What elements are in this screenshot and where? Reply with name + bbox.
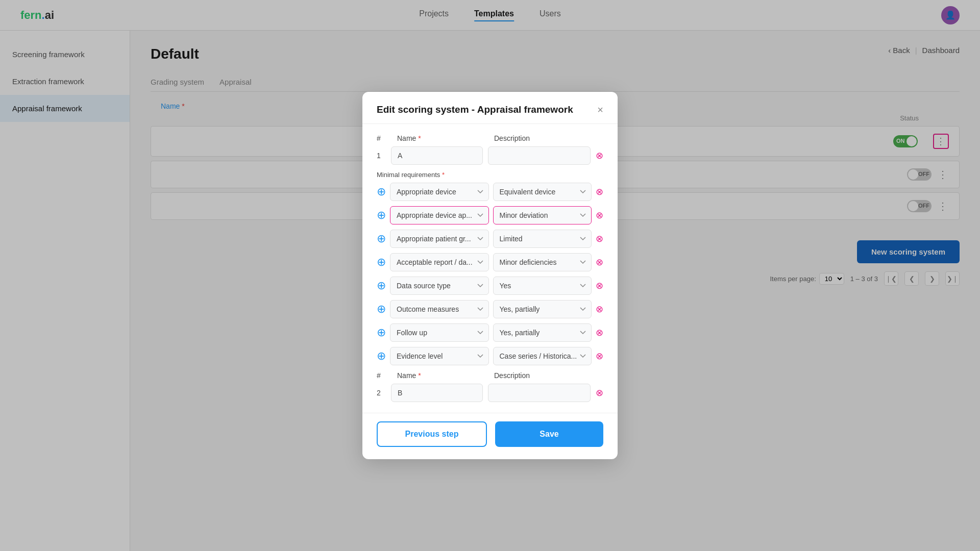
req-left-select-4[interactable]: Data source type [390,277,489,295]
form-row-header-B: # Name * Description [377,371,603,380]
req-remove-btn-0[interactable]: ⊗ [596,186,603,197]
req-row-3: ⊕ Acceptable report / da... Minor defici… [377,253,603,271]
req-right-select-4[interactable]: Yes [493,277,592,295]
modal-overlay: Edit scoring system - Appraisal framewor… [0,0,980,551]
req-row-5: ⊕ Outcome measures Yes, partially ⊗ [377,300,603,318]
req-add-btn-7[interactable]: ⊕ [377,350,386,362]
modal-header: Edit scoring system - Appraisal framewor… [362,92,618,124]
req-left-select-2[interactable]: Appropriate patient gr... [390,230,489,248]
entry-B-name-input[interactable] [391,384,483,402]
req-row-0: ⊕ Appropriate device Equivalent device ⊗ [377,183,603,201]
req-row-4: ⊕ Data source type Yes ⊗ [377,277,603,295]
req-left-select-1[interactable]: Appropriate device ap... [390,206,489,224]
entry-B-desc-input[interactable] [488,384,591,402]
req-remove-btn-3[interactable]: ⊗ [596,257,603,268]
req-right-select-3[interactable]: Minor deficiencies [493,253,592,271]
req-row-7: ⊕ Evidence level Case series / Historica… [377,347,603,365]
req-add-btn-1[interactable]: ⊕ [377,210,386,221]
form-row-header-A: # Name * Description [377,134,603,142]
req-left-select-5[interactable]: Outcome measures [390,300,489,318]
req-remove-btn-2[interactable]: ⊗ [596,233,603,244]
entry-A-name-input[interactable] [391,146,483,165]
req-remove-btn-5[interactable]: ⊗ [596,304,603,315]
desc-col-header: Description [494,134,585,142]
entry-A-desc-input[interactable] [488,146,591,165]
save-btn[interactable]: Save [495,421,603,447]
modal-close-btn[interactable]: × [597,105,603,115]
entry-A-num: 1 [377,152,386,160]
req-right-select-2[interactable]: Limited [493,230,592,248]
name-col-header-B: Name * [397,371,488,380]
modal-footer: Previous step Save [362,413,618,459]
req-row-6: ⊕ Follow up Yes, partially ⊗ [377,323,603,342]
req-remove-btn-6[interactable]: ⊗ [596,327,603,338]
req-add-btn-3[interactable]: ⊕ [377,257,386,268]
req-right-select-7[interactable]: Case series / Historica... [493,347,592,365]
min-req-label: Minimal requirements * [377,171,603,179]
req-add-btn-0[interactable]: ⊕ [377,186,386,197]
req-left-select-6[interactable]: Follow up [390,323,489,342]
req-add-btn-5[interactable]: ⊕ [377,304,386,315]
modal-title: Edit scoring system - Appraisal framewor… [377,104,573,115]
req-left-select-3[interactable]: Acceptable report / da... [390,253,489,271]
hash-label: # [377,134,391,142]
req-right-select-5[interactable]: Yes, partially [493,300,592,318]
entry-A: 1 ⊗ [377,146,603,165]
req-left-select-7[interactable]: Evidence level [390,347,489,365]
prev-step-btn[interactable]: Previous step [377,421,487,447]
modal-body: # Name * Description 1 ⊗ Minimal require… [362,124,618,413]
entry-B-remove-btn[interactable]: ⊗ [596,387,603,398]
req-remove-btn-7[interactable]: ⊗ [596,350,603,362]
hash-label-B: # [377,371,391,380]
req-add-btn-6[interactable]: ⊕ [377,327,386,338]
req-remove-btn-4[interactable]: ⊗ [596,280,603,291]
req-right-select-6[interactable]: Yes, partially [493,323,592,342]
req-add-btn-2[interactable]: ⊕ [377,233,386,244]
req-left-select-0[interactable]: Appropriate device [390,183,489,201]
req-row-1: ⊕ Appropriate device ap... Minor deviati… [377,206,603,224]
req-remove-btn-1[interactable]: ⊗ [596,210,603,221]
edit-scoring-modal: Edit scoring system - Appraisal framewor… [362,92,618,459]
req-row-2: ⊕ Appropriate patient gr... Limited ⊗ [377,230,603,248]
entry-B: 2 ⊗ [377,384,603,402]
req-right-select-0[interactable]: Equivalent device [493,183,592,201]
entry-A-remove-btn[interactable]: ⊗ [596,150,603,161]
name-col-header: Name * [397,134,488,142]
req-right-select-1[interactable]: Minor deviation [493,206,592,224]
entry-B-num: 2 [377,389,386,397]
req-add-btn-4[interactable]: ⊕ [377,280,386,291]
desc-col-header-B: Description [494,371,585,380]
